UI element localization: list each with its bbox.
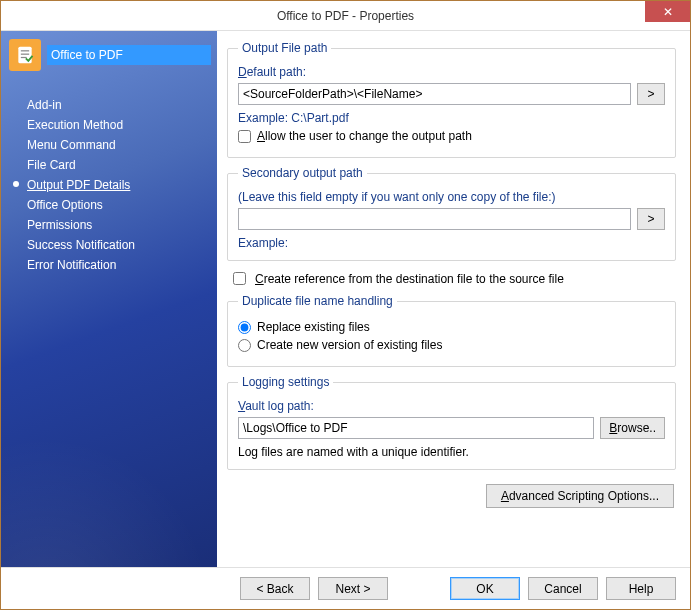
sidebar: Add-in Execution Method Menu Command Fil…	[1, 31, 217, 567]
create-new-version-radio[interactable]	[238, 339, 251, 352]
replace-existing-radio-row[interactable]: Replace existing files	[238, 320, 665, 334]
logging-settings-legend: Logging settings	[238, 375, 333, 389]
create-new-version-label: Create new version of existing files	[257, 338, 442, 352]
nav-execution-method[interactable]: Execution Method	[27, 115, 211, 135]
vault-log-browse-button[interactable]: Browse..	[600, 417, 665, 439]
secondary-path-browse-button[interactable]: >	[637, 208, 665, 230]
secondary-path-input[interactable]	[238, 208, 631, 230]
default-path-browse-button[interactable]: >	[637, 83, 665, 105]
close-icon: ✕	[663, 5, 673, 19]
create-reference-label: Create reference from the destination fi…	[255, 272, 564, 286]
duplicate-handling-group: Duplicate file name handling Replace exi…	[227, 294, 676, 367]
nav-menu-command[interactable]: Menu Command	[27, 135, 211, 155]
nav-permissions[interactable]: Permissions	[27, 215, 211, 235]
replace-existing-radio[interactable]	[238, 321, 251, 334]
advanced-scripting-button[interactable]: Advanced Scripting Options...	[486, 484, 674, 508]
chevron-right-icon: >	[647, 212, 654, 226]
vault-log-path-input[interactable]	[238, 417, 594, 439]
secondary-path-hint: (Leave this field empty if you want only…	[238, 190, 665, 204]
nav-success-notification[interactable]: Success Notification	[27, 235, 211, 255]
ok-button[interactable]: OK	[450, 577, 520, 600]
create-reference-checkbox-row[interactable]: Create reference from the destination fi…	[229, 269, 676, 288]
logging-settings-group: Logging settings Vault log path: Browse.…	[227, 375, 676, 470]
allow-change-path-checkbox[interactable]	[238, 130, 251, 143]
addin-icon	[9, 39, 41, 71]
window-title: Office to PDF - Properties	[1, 9, 690, 23]
chevron-right-icon: >	[647, 87, 654, 101]
close-button[interactable]: ✕	[645, 1, 690, 22]
bottom-button-bar: < Back Next > OK Cancel Help	[1, 567, 690, 609]
create-reference-checkbox[interactable]	[233, 272, 246, 285]
properties-window: Office to PDF - Properties ✕ Add-in Exec…	[0, 0, 691, 610]
output-file-path-group: Output File path Default path: > Example…	[227, 41, 676, 158]
logging-note: Log files are named with a unique identi…	[238, 445, 665, 459]
vault-log-path-label: Vault log path:	[238, 399, 665, 413]
nav-office-options[interactable]: Office Options	[27, 195, 211, 215]
next-button[interactable]: Next >	[318, 577, 388, 600]
cancel-button[interactable]: Cancel	[528, 577, 598, 600]
sidebar-nav: Add-in Execution Method Menu Command Fil…	[9, 95, 211, 275]
addin-title-input[interactable]	[47, 45, 211, 65]
nav-error-notification[interactable]: Error Notification	[27, 255, 211, 275]
secondary-output-path-legend: Secondary output path	[238, 166, 367, 180]
main-panel: Output File path Default path: > Example…	[217, 31, 690, 567]
create-new-version-radio-row[interactable]: Create new version of existing files	[238, 338, 665, 352]
default-path-input[interactable]	[238, 83, 631, 105]
allow-change-path-checkbox-row[interactable]: Allow the user to change the output path	[238, 129, 665, 143]
duplicate-handling-legend: Duplicate file name handling	[238, 294, 397, 308]
replace-existing-label: Replace existing files	[257, 320, 370, 334]
output-file-path-legend: Output File path	[238, 41, 331, 55]
svg-rect-0	[18, 47, 31, 64]
default-path-example: Example: C:\Part.pdf	[238, 111, 665, 125]
secondary-output-path-group: Secondary output path (Leave this field …	[227, 166, 676, 261]
allow-change-path-label: Allow the user to change the output path	[257, 129, 472, 143]
nav-add-in[interactable]: Add-in	[27, 95, 211, 115]
back-button[interactable]: < Back	[240, 577, 310, 600]
dialog-body: Add-in Execution Method Menu Command Fil…	[1, 31, 690, 567]
nav-file-card[interactable]: File Card	[27, 155, 211, 175]
nav-output-pdf-details[interactable]: Output PDF Details	[27, 175, 211, 195]
sidebar-header	[9, 39, 211, 71]
advanced-row: Advanced Scripting Options...	[227, 478, 676, 510]
secondary-path-example: Example:	[238, 236, 665, 250]
titlebar: Office to PDF - Properties ✕	[1, 1, 690, 31]
help-button[interactable]: Help	[606, 577, 676, 600]
default-path-label: Default path:	[238, 65, 665, 79]
